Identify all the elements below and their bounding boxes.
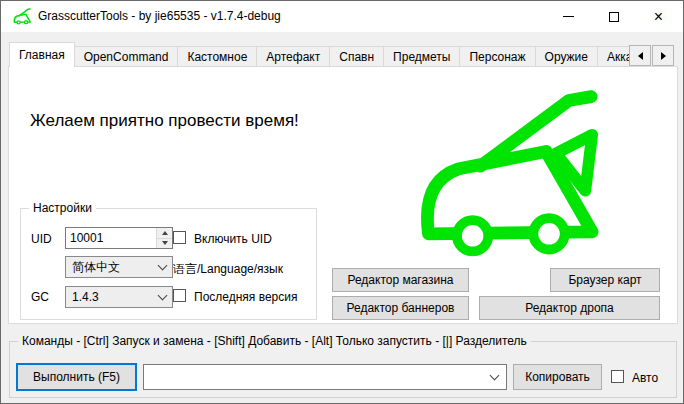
- auto-checkbox[interactable]: [611, 370, 624, 383]
- minimize-button[interactable]: [546, 1, 591, 32]
- app-window: GrasscutterTools - by jie65535 - v1.7.4-…: [0, 0, 684, 404]
- gc-version-value: 1.4.3: [72, 290, 159, 304]
- gc-version-select[interactable]: 1.4.3: [65, 286, 173, 308]
- uid-spin-down-button[interactable]: [157, 239, 172, 249]
- tab-scroll-right-button[interactable]: [652, 45, 674, 66]
- drop-editor-button[interactable]: Редактор дропа: [479, 296, 660, 320]
- tab-main[interactable]: Главная: [9, 42, 75, 67]
- close-icon: ×: [654, 9, 663, 25]
- auto-label: Авто: [632, 371, 658, 385]
- arrow-right-icon: [661, 52, 666, 60]
- grasscutter-car-logo: [404, 86, 600, 264]
- maximize-button[interactable]: [591, 1, 636, 32]
- spin-up-icon: [162, 231, 168, 235]
- uid-spin-up-button[interactable]: [157, 228, 172, 239]
- app-logo-icon: [12, 8, 31, 25]
- chevron-down-icon: [158, 291, 168, 301]
- enable-uid-checkbox[interactable]: [173, 231, 186, 244]
- command-group: Команды - [Ctrl] Запуск и замена - [Shif…: [9, 341, 677, 398]
- tab-opencommand[interactable]: OpenCommand: [74, 46, 179, 67]
- gc-label: GC: [31, 290, 49, 304]
- command-group-title: Команды - [Ctrl] Запуск и замена - [Shif…: [18, 334, 531, 348]
- latest-version-checkbox[interactable]: [173, 289, 186, 302]
- tab-character[interactable]: Персонаж: [459, 46, 535, 67]
- run-command-button[interactable]: Выполнить (F5): [16, 363, 137, 391]
- shop-editor-button[interactable]: Редактор магазина: [332, 268, 469, 292]
- tab-scroll-left-button[interactable]: [629, 45, 651, 66]
- window-title: GrasscutterTools - by jie65535 - v1.7.4-…: [38, 1, 281, 32]
- settings-group: Настройки UID Включить UID 简体中文 语言/Langu…: [20, 208, 317, 320]
- banner-editor-button[interactable]: Редактор баннеров: [332, 296, 469, 320]
- uid-input[interactable]: [66, 228, 156, 248]
- chevron-down-icon: [158, 261, 168, 271]
- language-value: 简体中文: [72, 259, 159, 276]
- latest-version-label: Последняя версия: [194, 290, 297, 304]
- uid-spinner: [65, 227, 173, 249]
- welcome-text: Желаем приятно провести время!: [30, 111, 299, 131]
- maximize-icon: [609, 12, 619, 22]
- tab-account[interactable]: Аккаунт: [597, 46, 629, 67]
- command-input[interactable]: [144, 370, 491, 384]
- spin-down-icon: [162, 241, 168, 245]
- tab-items[interactable]: Предметы: [383, 46, 460, 67]
- enable-uid-label: Включить UID: [194, 232, 272, 246]
- tab-custom[interactable]: Кастомное: [177, 46, 257, 67]
- language-hint-label: 语言/Language/язык: [173, 261, 283, 278]
- command-combobox: [143, 364, 507, 390]
- tab-artifact[interactable]: Артефакт: [256, 46, 330, 67]
- title-bar[interactable]: GrasscutterTools - by jie65535 - v1.7.4-…: [1, 1, 683, 32]
- language-select[interactable]: 简体中文: [65, 256, 173, 278]
- tab-spawn[interactable]: Спавн: [329, 46, 384, 67]
- map-browser-button[interactable]: Браузер карт: [550, 268, 660, 292]
- settings-group-title: Настройки: [29, 201, 96, 215]
- minimize-icon: [563, 16, 574, 17]
- close-button[interactable]: ×: [636, 1, 681, 32]
- tab-strip: Главная OpenCommand Кастомное Артефакт С…: [9, 42, 629, 67]
- chevron-down-icon[interactable]: [490, 371, 500, 381]
- tab-page-main: Желаем приятно провести время! Настройки…: [8, 66, 678, 324]
- uid-spin-buttons: [156, 228, 172, 248]
- copy-command-button[interactable]: Копировать: [513, 364, 602, 390]
- uid-label: UID: [31, 232, 52, 246]
- arrow-left-icon: [638, 52, 643, 60]
- tab-weapon[interactable]: Оружие: [535, 46, 598, 67]
